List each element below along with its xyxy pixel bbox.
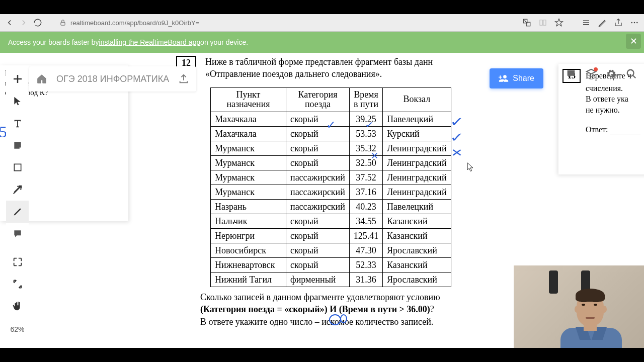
settings-icon[interactable] [606, 68, 617, 79]
main-document: 12 Ниже в табличной форме представлен фр… [165, 56, 517, 328]
home-icon[interactable] [36, 73, 47, 84]
reading-icon[interactable] [538, 18, 547, 27]
svg-point-9 [634, 22, 635, 24]
table-cell: фирменный [286, 273, 350, 287]
cursor-tool[interactable] [6, 90, 29, 112]
browser-toolbar: realtimeboard.com/app/board/o9J_k0OirbY= [0, 14, 644, 32]
tools-toolbar: 62% [6, 68, 29, 338]
table-row: Нальчикскорый34.55Казанский [211, 214, 451, 229]
table-cell: Ленинградский [383, 156, 451, 170]
table-cell: Мурманск [211, 141, 286, 156]
table-header: Времяв пути [349, 87, 382, 112]
table-cell: скорый [286, 258, 350, 273]
svg-point-8 [631, 22, 632, 24]
share-browser-icon[interactable] [614, 18, 623, 27]
install-banner: Access your boards faster by installing … [0, 32, 644, 53]
table-cell: Казанский [383, 258, 451, 273]
lock-icon [59, 19, 66, 26]
table-cell: Ленинградский [383, 141, 451, 156]
more-icon[interactable] [630, 18, 639, 27]
webcam-overlay [514, 265, 644, 348]
address-bar[interactable]: realtimeboard.com/app/board/o9J_k0OirbY= [59, 19, 517, 27]
table-cell: Новосибирск [211, 243, 286, 258]
table-cell: скорый [286, 243, 350, 258]
table-cell: Ярославский [383, 273, 451, 287]
fullscreen-tool[interactable] [6, 273, 29, 295]
back-icon[interactable] [5, 18, 14, 27]
board-title[interactable]: ОГЭ 2018 ИНФОРМАТИКА [56, 74, 169, 84]
hub-icon[interactable] [582, 18, 591, 27]
table-cell: 53.53 [349, 127, 382, 141]
table-cell: 37.52 [349, 170, 382, 185]
arrow-tool[interactable] [6, 178, 29, 201]
intro-line: «Отправление поездов дальнего следования… [205, 69, 382, 79]
translate-icon[interactable] [522, 18, 531, 27]
shape-tool[interactable] [6, 156, 29, 178]
hand-tool[interactable] [6, 295, 29, 317]
table-cell: скорый [286, 156, 350, 170]
table-cell: Нерюнгри [211, 229, 286, 243]
table-header: Пунктназначения [211, 87, 286, 112]
table-cell: Курский [383, 127, 451, 141]
svg-rect-15 [14, 164, 21, 170]
zoom-level[interactable]: 62% [6, 320, 29, 338]
export-icon[interactable] [178, 73, 189, 84]
table-cell: 39.25 [349, 112, 382, 127]
banner-close-button[interactable]: ✕ [626, 34, 641, 49]
table-cell: Ленинградский [383, 185, 451, 200]
table-row: Мурманскпассажирский37.52Ленинградский [211, 170, 451, 185]
banner-link[interactable]: installing the RealtimeBoard app [99, 38, 201, 46]
table-cell: 37.16 [349, 185, 382, 200]
search-icon[interactable] [626, 68, 637, 79]
table-row: Назраньпассажирский40.23Павелецкий [211, 200, 451, 214]
refresh-icon[interactable] [33, 18, 42, 27]
table-cell: Нальчик [211, 214, 286, 229]
share-label: Share [513, 74, 534, 83]
table-cell: Назрань [211, 200, 286, 214]
table-cell: скорый [286, 141, 350, 156]
table-cell: скорый [286, 214, 350, 229]
table-row: Мурманскпассажирский37.16Ленинградский [211, 185, 451, 200]
svg-rect-0 [61, 22, 65, 25]
frame-tool[interactable] [6, 251, 29, 273]
banner-prefix: Access your boards faster by [8, 38, 99, 46]
table-cell: Мурманск [211, 185, 286, 200]
layers-icon[interactable] [586, 68, 597, 79]
text-tool[interactable] [6, 112, 29, 134]
table-cell: 40.23 [349, 200, 382, 214]
table-cell: Казанский [383, 214, 451, 229]
table-cell: пассажирский [286, 170, 350, 185]
banner-suffix: on your device. [200, 38, 248, 46]
pen-tool[interactable] [6, 201, 29, 223]
comment-icon[interactable] [566, 68, 577, 79]
table-cell: пассажирский [286, 200, 350, 214]
svg-line-3 [525, 21, 526, 22]
table-cell: пассажирский [286, 185, 350, 200]
question-text: Сколько записей в данном фрагменте удовл… [165, 291, 517, 328]
table-cell: Нижневартовск [211, 258, 286, 273]
notes-icon[interactable] [598, 18, 607, 27]
svg-point-11 [627, 70, 634, 76]
intro-line: Ниже в табличной форме представлен фрагм… [205, 57, 433, 67]
share-button[interactable]: Share [490, 68, 543, 88]
table-cell: Ярославский [383, 243, 451, 258]
table-row: Мурманскскорый32.50Ленинградский [211, 156, 451, 170]
table-cell: скорый [286, 127, 350, 141]
table-cell: 47.30 [349, 243, 382, 258]
sticky-tool[interactable] [6, 134, 29, 156]
comment-tool[interactable] [6, 223, 29, 245]
train-table: ПунктназначенияКатегорияпоездаВремяв пут… [210, 87, 451, 288]
table-cell: Павелецкий [383, 112, 451, 127]
table-cell: Казанский [383, 229, 451, 243]
table-row: Мурманскскорый35.32Ленинградский [211, 141, 451, 156]
svg-line-12 [633, 75, 636, 78]
table-row: Махачкаласкорый53.53Курский [211, 127, 451, 141]
table-row: Новосибирскскорый47.30Ярославский [211, 243, 451, 258]
favorite-icon[interactable] [554, 18, 564, 27]
add-button[interactable] [6, 68, 29, 90]
add-user-icon [499, 73, 509, 83]
table-row: Нижний Тагилфирменный31.36Ярославский [211, 273, 451, 287]
svg-point-10 [636, 22, 638, 24]
table-row: Нерюнгрискорый125.41Казанский [211, 229, 451, 243]
forward-icon[interactable] [19, 18, 28, 27]
